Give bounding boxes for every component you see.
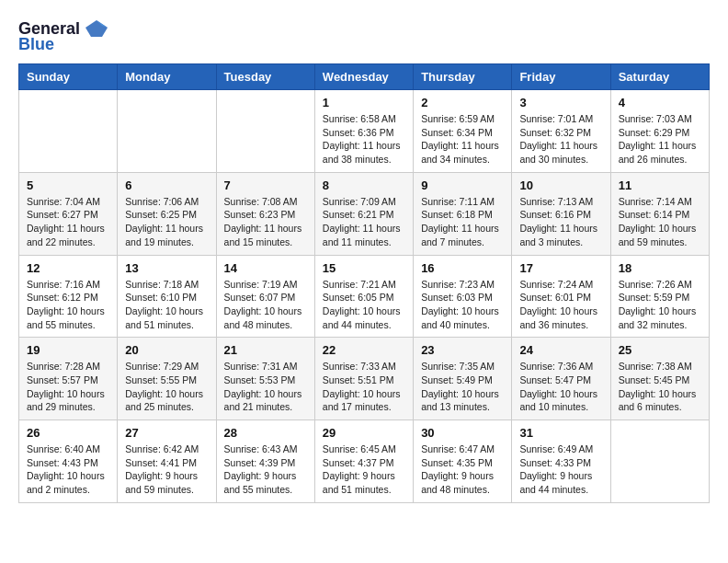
day-number: 10 <box>519 178 602 192</box>
logo: General Blue <box>18 18 109 54</box>
calendar-cell: 3Sunrise: 7:01 AM Sunset: 6:32 PM Daylig… <box>512 90 610 173</box>
calendar-week-row: 19Sunrise: 7:28 AM Sunset: 5:57 PM Dayli… <box>19 338 710 420</box>
day-header-monday: Monday <box>118 64 216 90</box>
calendar-cell: 21Sunrise: 7:31 AM Sunset: 5:53 PM Dayli… <box>216 338 314 420</box>
logo-icon <box>84 18 109 39</box>
calendar-cell: 13Sunrise: 7:18 AM Sunset: 6:10 PM Dayli… <box>118 255 216 338</box>
day-number: 13 <box>125 261 208 275</box>
day-info: Sunrise: 6:45 AM Sunset: 4:37 PM Dayligh… <box>323 442 405 497</box>
calendar-cell: 26Sunrise: 6:40 AM Sunset: 4:43 PM Dayli… <box>19 420 118 503</box>
calendar-cell: 8Sunrise: 7:09 AM Sunset: 6:21 PM Daylig… <box>314 172 413 255</box>
day-info: Sunrise: 7:21 AM Sunset: 6:05 PM Dayligh… <box>323 278 405 332</box>
calendar-cell: 19Sunrise: 7:28 AM Sunset: 5:57 PM Dayli… <box>19 338 118 420</box>
calendar-week-row: 12Sunrise: 7:16 AM Sunset: 6:12 PM Dayli… <box>19 255 710 338</box>
calendar-cell <box>216 90 314 173</box>
day-number: 19 <box>27 343 109 357</box>
day-info: Sunrise: 6:59 AM Sunset: 6:34 PM Dayligh… <box>421 112 504 167</box>
day-info: Sunrise: 6:47 AM Sunset: 4:35 PM Dayligh… <box>421 442 504 497</box>
day-info: Sunrise: 7:16 AM Sunset: 6:12 PM Dayligh… <box>27 278 109 332</box>
day-info: Sunrise: 6:43 AM Sunset: 4:39 PM Dayligh… <box>224 442 307 497</box>
page-header: General Blue <box>18 18 710 54</box>
calendar-cell: 7Sunrise: 7:08 AM Sunset: 6:23 PM Daylig… <box>216 172 314 255</box>
calendar-week-row: 1Sunrise: 6:58 AM Sunset: 6:36 PM Daylig… <box>19 90 710 173</box>
day-info: Sunrise: 7:04 AM Sunset: 6:27 PM Dayligh… <box>27 195 109 249</box>
calendar-cell: 18Sunrise: 7:26 AM Sunset: 5:59 PM Dayli… <box>610 255 709 338</box>
calendar-cell: 31Sunrise: 6:49 AM Sunset: 4:33 PM Dayli… <box>512 420 610 503</box>
day-info: Sunrise: 7:11 AM Sunset: 6:18 PM Dayligh… <box>421 195 504 249</box>
logo-blue-text: Blue <box>18 35 54 54</box>
day-info: Sunrise: 7:33 AM Sunset: 5:51 PM Dayligh… <box>323 360 405 414</box>
calendar-cell: 23Sunrise: 7:35 AM Sunset: 5:49 PM Dayli… <box>414 338 512 420</box>
calendar-cell: 17Sunrise: 7:24 AM Sunset: 6:01 PM Dayli… <box>512 255 610 338</box>
day-number: 7 <box>224 178 307 192</box>
day-info: Sunrise: 6:40 AM Sunset: 4:43 PM Dayligh… <box>27 442 109 497</box>
calendar-cell: 15Sunrise: 7:21 AM Sunset: 6:05 PM Dayli… <box>314 255 413 338</box>
day-number: 1 <box>323 96 405 109</box>
day-number: 4 <box>619 96 701 109</box>
calendar-week-row: 5Sunrise: 7:04 AM Sunset: 6:27 PM Daylig… <box>19 172 710 255</box>
day-number: 31 <box>519 426 602 440</box>
calendar-cell: 6Sunrise: 7:06 AM Sunset: 6:25 PM Daylig… <box>118 172 216 255</box>
day-info: Sunrise: 7:35 AM Sunset: 5:49 PM Dayligh… <box>421 360 504 414</box>
day-number: 6 <box>125 178 208 192</box>
calendar-header-row: SundayMondayTuesdayWednesdayThursdayFrid… <box>19 64 710 90</box>
calendar-cell <box>610 420 709 503</box>
day-number: 17 <box>519 261 602 275</box>
calendar-cell <box>19 90 118 173</box>
day-number: 3 <box>519 96 602 109</box>
day-info: Sunrise: 7:03 AM Sunset: 6:29 PM Dayligh… <box>619 112 701 167</box>
calendar-cell: 12Sunrise: 7:16 AM Sunset: 6:12 PM Dayli… <box>19 255 118 338</box>
day-info: Sunrise: 7:28 AM Sunset: 5:57 PM Dayligh… <box>27 360 109 414</box>
day-info: Sunrise: 6:58 AM Sunset: 6:36 PM Dayligh… <box>323 112 405 167</box>
calendar-cell: 24Sunrise: 7:36 AM Sunset: 5:47 PM Dayli… <box>512 338 610 420</box>
day-info: Sunrise: 7:38 AM Sunset: 5:45 PM Dayligh… <box>619 360 701 414</box>
day-header-tuesday: Tuesday <box>216 64 314 90</box>
calendar-cell: 2Sunrise: 6:59 AM Sunset: 6:34 PM Daylig… <box>414 90 512 173</box>
calendar-cell: 30Sunrise: 6:47 AM Sunset: 4:35 PM Dayli… <box>414 420 512 503</box>
day-number: 9 <box>421 178 504 192</box>
day-info: Sunrise: 6:49 AM Sunset: 4:33 PM Dayligh… <box>519 442 602 497</box>
calendar-cell: 22Sunrise: 7:33 AM Sunset: 5:51 PM Dayli… <box>314 338 413 420</box>
day-number: 24 <box>519 343 602 357</box>
day-number: 18 <box>619 261 701 275</box>
day-number: 12 <box>27 261 109 275</box>
calendar-cell: 14Sunrise: 7:19 AM Sunset: 6:07 PM Dayli… <box>216 255 314 338</box>
day-header-sunday: Sunday <box>19 64 118 90</box>
day-number: 30 <box>421 426 504 440</box>
day-number: 5 <box>27 178 109 192</box>
day-number: 2 <box>421 96 504 109</box>
day-number: 25 <box>619 343 701 357</box>
day-number: 22 <box>323 343 405 357</box>
calendar-cell: 28Sunrise: 6:43 AM Sunset: 4:39 PM Dayli… <box>216 420 314 503</box>
day-info: Sunrise: 7:31 AM Sunset: 5:53 PM Dayligh… <box>224 360 307 414</box>
day-number: 14 <box>224 261 307 275</box>
day-info: Sunrise: 7:19 AM Sunset: 6:07 PM Dayligh… <box>224 278 307 332</box>
calendar-cell: 20Sunrise: 7:29 AM Sunset: 5:55 PM Dayli… <box>118 338 216 420</box>
day-info: Sunrise: 7:14 AM Sunset: 6:14 PM Dayligh… <box>619 195 701 249</box>
day-number: 15 <box>323 261 405 275</box>
calendar-week-row: 26Sunrise: 6:40 AM Sunset: 4:43 PM Dayli… <box>19 420 710 503</box>
day-info: Sunrise: 7:26 AM Sunset: 5:59 PM Dayligh… <box>619 278 701 332</box>
day-info: Sunrise: 7:29 AM Sunset: 5:55 PM Dayligh… <box>125 360 208 414</box>
day-info: Sunrise: 7:01 AM Sunset: 6:32 PM Dayligh… <box>519 112 602 167</box>
day-info: Sunrise: 7:18 AM Sunset: 6:10 PM Dayligh… <box>125 278 208 332</box>
calendar-cell: 4Sunrise: 7:03 AM Sunset: 6:29 PM Daylig… <box>610 90 709 173</box>
calendar-cell: 25Sunrise: 7:38 AM Sunset: 5:45 PM Dayli… <box>610 338 709 420</box>
day-info: Sunrise: 7:23 AM Sunset: 6:03 PM Dayligh… <box>421 278 504 332</box>
day-number: 23 <box>421 343 504 357</box>
day-number: 27 <box>125 426 208 440</box>
calendar-cell: 9Sunrise: 7:11 AM Sunset: 6:18 PM Daylig… <box>414 172 512 255</box>
calendar-cell: 16Sunrise: 7:23 AM Sunset: 6:03 PM Dayli… <box>414 255 512 338</box>
calendar-cell: 1Sunrise: 6:58 AM Sunset: 6:36 PM Daylig… <box>314 90 413 173</box>
day-header-thursday: Thursday <box>414 64 512 90</box>
calendar-cell: 29Sunrise: 6:45 AM Sunset: 4:37 PM Dayli… <box>314 420 413 503</box>
day-number: 26 <box>27 426 109 440</box>
day-number: 28 <box>224 426 307 440</box>
day-info: Sunrise: 7:09 AM Sunset: 6:21 PM Dayligh… <box>323 195 405 249</box>
calendar-cell: 11Sunrise: 7:14 AM Sunset: 6:14 PM Dayli… <box>610 172 709 255</box>
calendar-table: SundayMondayTuesdayWednesdayThursdayFrid… <box>18 63 710 503</box>
day-header-wednesday: Wednesday <box>314 64 413 90</box>
calendar-cell: 10Sunrise: 7:13 AM Sunset: 6:16 PM Dayli… <box>512 172 610 255</box>
day-info: Sunrise: 7:36 AM Sunset: 5:47 PM Dayligh… <box>519 360 602 414</box>
day-number: 11 <box>619 178 701 192</box>
